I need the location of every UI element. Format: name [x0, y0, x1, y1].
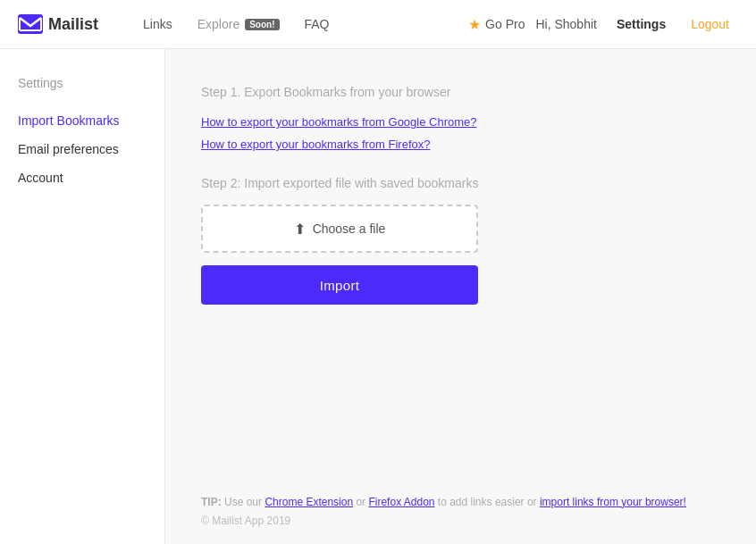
sidebar-nav: Import Bookmarks Email preferences Accou…: [18, 108, 147, 190]
navbar: Mailist Links Explore Soon! FAQ ★ Go Pro…: [0, 0, 756, 49]
nav-settings[interactable]: Settings: [608, 12, 675, 37]
file-drop-area[interactable]: ⬆ Choose a file: [201, 205, 478, 253]
firefox-export-link[interactable]: How to export your bookmarks from Firefo…: [201, 138, 720, 151]
nav-links[interactable]: Links: [134, 12, 181, 37]
sidebar-item-import-bookmarks[interactable]: Import Bookmarks: [18, 108, 147, 133]
sidebar-item-email-preferences[interactable]: Email preferences: [18, 137, 147, 162]
sidebar: Settings Import Bookmarks Email preferen…: [0, 49, 165, 544]
footer-copyright: © Mailist App 2019: [201, 513, 720, 530]
step1-label: Step 1. Export Bookmarks from your brows…: [201, 85, 720, 99]
nav-logout[interactable]: Logout: [682, 12, 738, 37]
sidebar-title: Settings: [18, 76, 147, 90]
import-browser-link[interactable]: import links from your browser!: [540, 496, 686, 508]
tip-label: TIP:: [201, 496, 222, 508]
sidebar-item-account[interactable]: Account: [18, 165, 147, 190]
explore-label: Explore: [197, 17, 239, 31]
nav-explore[interactable]: Explore Soon!: [189, 12, 289, 37]
after-text: to add links easier or: [438, 496, 540, 508]
chrome-export-link[interactable]: How to export your bookmarks from Google…: [201, 115, 720, 129]
logo[interactable]: Mailist: [18, 14, 98, 34]
choose-file-label: Choose a file: [313, 222, 386, 236]
step2-label: Step 2: Import exported file with saved …: [201, 176, 720, 190]
logo-icon: [18, 14, 43, 34]
nav-faq[interactable]: FAQ: [296, 12, 339, 37]
gopro-label: Go Pro: [485, 17, 525, 31]
import-button[interactable]: Import: [201, 265, 478, 305]
nav-hi: Hi, Shobhit: [535, 17, 596, 31]
nav-gopro[interactable]: ★ Go Pro: [468, 16, 525, 33]
navbar-links: Links Explore Soon! FAQ ★ Go Pro Hi, Sho…: [134, 12, 738, 37]
page-layout: Settings Import Bookmarks Email preferen…: [0, 49, 756, 544]
firefox-addon-link[interactable]: Firefox Addon: [368, 496, 434, 508]
or-text: or: [356, 496, 368, 508]
logo-text: Mailist: [48, 15, 98, 34]
star-icon: ★: [468, 16, 481, 33]
chrome-extension-link[interactable]: Chrome Extension: [265, 496, 353, 508]
upload-icon: ⬆: [294, 221, 306, 238]
tip-prefix: Use our: [224, 496, 265, 508]
main-content: Step 1. Export Bookmarks from your brows…: [165, 49, 756, 544]
footer-tip: TIP: Use our Chrome Extension or Firefox…: [201, 494, 720, 530]
soon-badge: Soon!: [245, 19, 279, 30]
tip-text: TIP: Use our Chrome Extension or Firefox…: [201, 496, 686, 508]
